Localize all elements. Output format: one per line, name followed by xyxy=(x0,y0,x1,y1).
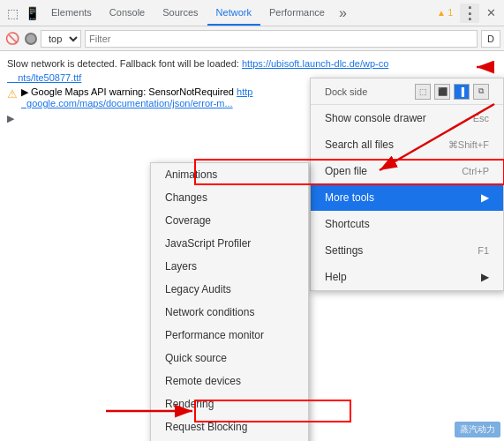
tab-list: Elements Console Sources Network Perform… xyxy=(42,0,430,26)
submenu-network-conditions[interactable]: Network conditions xyxy=(151,301,308,324)
close-button[interactable]: ✕ xyxy=(481,4,500,23)
submenu-legacy-audits[interactable]: Legacy Audits xyxy=(151,278,308,301)
undock-icon[interactable]: ⧉ xyxy=(473,84,489,100)
dock-right-icon[interactable]: ▐ xyxy=(454,84,470,100)
tab-console[interactable]: Console xyxy=(101,0,154,26)
submenu-remote-devices[interactable]: Remote devices xyxy=(151,370,308,392)
watermark: 蒸汽动力 xyxy=(455,422,500,437)
shortcuts-item[interactable]: Shortcuts xyxy=(311,211,503,237)
devtools-toolbar2: 🚫 top D xyxy=(0,26,504,51)
inspect-icon[interactable]: ⬚ xyxy=(4,4,21,22)
right-icons: ▲ 1 ⋮ ✕ xyxy=(432,4,500,23)
submenu-performance-monitor[interactable]: Performance monitor xyxy=(151,324,308,347)
filter-input[interactable] xyxy=(85,30,478,48)
dropdown-menu: Dock side ⬚ ⬛ ▐ ⧉ Show console drawer Es… xyxy=(310,78,504,291)
more-tools-arrow: ▶ xyxy=(481,191,489,204)
google-maps-warning: ▶ Google Maps API warning: SensorNotRequ… xyxy=(21,86,252,108)
submenu-js-profiler[interactable]: JavaScript Profiler xyxy=(151,232,308,255)
submenu-animations[interactable]: Animations xyxy=(151,163,308,186)
devtools-topbar: ⬚ 📱 Elements Console Sources Network Per… xyxy=(0,0,504,26)
settings-item[interactable]: Settings F1 xyxy=(311,237,503,264)
submenu-layers[interactable]: Layers xyxy=(151,255,308,278)
clear-icon[interactable]: 🚫 xyxy=(4,30,21,48)
tab-performance[interactable]: Performance xyxy=(260,0,334,26)
three-dots-button[interactable]: ⋮ xyxy=(460,4,479,23)
dropdown-overlay: Dock side ⬚ ⬛ ▐ ⧉ Show console drawer Es… xyxy=(310,78,504,291)
dock-button[interactable]: D xyxy=(481,30,500,48)
more-tabs-button[interactable]: » xyxy=(334,0,352,26)
alert-badge[interactable]: ▲ 1 xyxy=(432,4,458,23)
search-all-files-item[interactable]: Search all files ⌘Shift+F xyxy=(311,131,503,158)
more-tools-submenu: Animations Changes Coverage JavaScript P… xyxy=(150,162,309,441)
show-console-drawer-item[interactable]: Show console drawer Esc xyxy=(311,105,503,131)
warning-link[interactable]: http google.com/maps/documentation/json/… xyxy=(21,86,252,108)
dock-side-item: Dock side ⬚ ⬛ ▐ ⧉ xyxy=(311,78,503,105)
help-arrow: ▶ xyxy=(481,271,489,283)
tab-network[interactable]: Network xyxy=(207,0,260,26)
submenu-quick-source[interactable]: Quick source xyxy=(151,347,308,370)
submenu-coverage[interactable]: Coverage xyxy=(151,209,308,232)
dock-left-icon[interactable]: ⬚ xyxy=(415,84,431,100)
open-file-item[interactable]: Open file Ctrl+P xyxy=(311,158,503,184)
submenu-changes[interactable]: Changes xyxy=(151,186,308,209)
record-icon[interactable] xyxy=(25,33,37,45)
tab-sources[interactable]: Sources xyxy=(154,0,207,26)
submenu-request-blocking[interactable]: Request Blocking xyxy=(151,415,308,438)
dock-bottom-icon[interactable]: ⬛ xyxy=(434,84,450,100)
help-item[interactable]: Help ▶ xyxy=(311,264,503,290)
expand-arrow[interactable]: ▶ xyxy=(7,113,14,123)
devtools-main: Slow network is detected. Fallback font … xyxy=(0,51,504,441)
tab-elements[interactable]: Elements xyxy=(42,0,101,26)
more-tools-item[interactable]: More tools ▶ xyxy=(311,184,503,211)
submenu-rendering[interactable]: Rendering xyxy=(151,392,308,415)
warning-icon: ⚠ xyxy=(7,87,18,101)
frame-select[interactable]: top xyxy=(41,30,81,48)
device-icon[interactable]: 📱 xyxy=(23,4,41,22)
